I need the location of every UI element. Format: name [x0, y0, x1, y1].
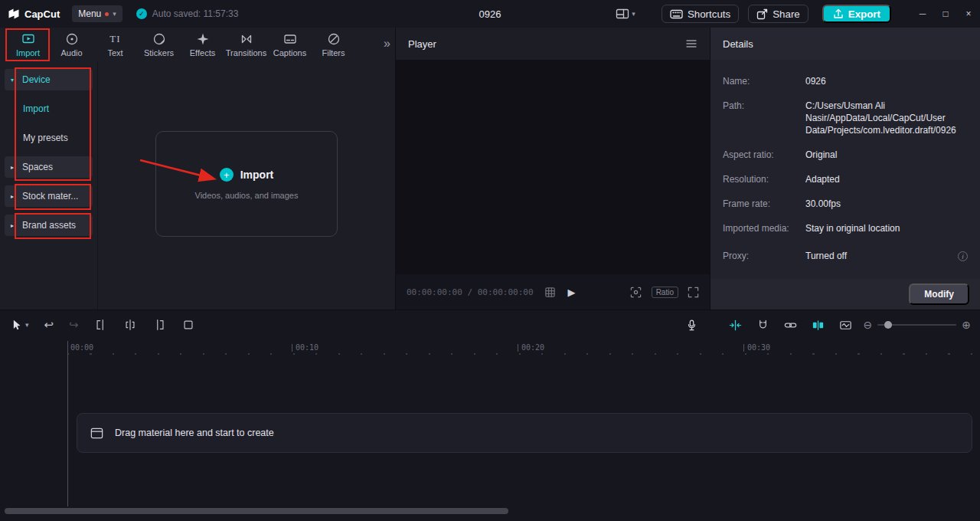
- layout-grid-icon: [616, 8, 629, 20]
- more-tabs-icon[interactable]: »: [384, 37, 390, 51]
- chevron-down-icon: ▾: [25, 321, 29, 329]
- frame-grid-icon[interactable]: [544, 287, 556, 298]
- player-header: Player: [396, 28, 710, 60]
- record-voiceover-button[interactable]: [684, 318, 699, 333]
- sidebar-item-my-presets[interactable]: My presets: [5, 127, 93, 149]
- ruler-mark: 00:00: [70, 343, 93, 352]
- delete-right-button[interactable]: [152, 318, 166, 332]
- redo-button[interactable]: ↪: [69, 318, 79, 332]
- shortcuts-button[interactable]: Shortcuts: [662, 5, 739, 23]
- timeline-ruler[interactable]: 00:00 00:10 00:20 00:30: [0, 341, 980, 356]
- undo-button[interactable]: ↩: [44, 318, 54, 332]
- minimize-button[interactable]: ─: [911, 0, 934, 28]
- tab-label: Import: [16, 48, 40, 57]
- detail-label: Name:: [723, 75, 805, 87]
- detail-label: Proxy:: [723, 250, 805, 262]
- select-tool-button[interactable]: ▾: [9, 318, 29, 332]
- timeline-toggle-icons: [728, 318, 853, 333]
- sidebar-item-brand-assets[interactable]: ▸ Brand assets: [5, 215, 93, 236]
- audio-tab-icon: [64, 31, 80, 47]
- play-button[interactable]: ▶: [568, 287, 576, 298]
- detail-value: 30.00fps: [805, 198, 968, 210]
- caret-right-icon: ▸: [11, 193, 18, 200]
- sidebar-item-label: My presets: [23, 133, 68, 143]
- detail-label: Path:: [723, 100, 805, 136]
- media-content: + Import Videos, audios, and images: [99, 61, 395, 310]
- auto-snap-button[interactable]: [728, 318, 743, 333]
- tab-transitions[interactable]: Transitions: [224, 31, 268, 57]
- zoom-slider[interactable]: [877, 324, 956, 326]
- sidebar-item-stock-materials[interactable]: ▸ Stock mater...: [5, 185, 93, 207]
- player-timecode: 00:00:00:00 / 00:00:00:00: [407, 287, 534, 297]
- project-title: 0926: [479, 8, 501, 20]
- import-dropzone[interactable]: + Import Videos, audios, and images: [155, 131, 338, 237]
- tab-filters[interactable]: Filters: [312, 31, 355, 57]
- menu-notification-dot: [105, 12, 109, 16]
- sidebar-item-device[interactable]: ▾ Device: [5, 69, 93, 90]
- mirror-clips-button[interactable]: [811, 318, 825, 333]
- tab-stickers[interactable]: Stickers: [137, 31, 181, 57]
- share-icon: [756, 8, 768, 20]
- menu-button[interactable]: Menu ▾: [72, 5, 122, 22]
- player-title: Player: [408, 38, 436, 50]
- detail-value: Stay in original location: [805, 222, 968, 234]
- close-button[interactable]: ×: [957, 0, 980, 28]
- delete-left-button[interactable]: [94, 318, 108, 332]
- tab-import[interactable]: Import: [6, 31, 50, 57]
- tab-text[interactable]: TI Text: [93, 31, 137, 57]
- media-panel: Import Audio TI Text Stickers: [0, 28, 395, 310]
- tab-captions[interactable]: Captions: [268, 31, 312, 57]
- zoom-slider-handle[interactable]: [884, 321, 892, 329]
- detail-row-frame-rate: Frame rate: 30.00fps: [723, 198, 968, 210]
- details-panel: Details Name: 0926 Path: C:/Users/Usman …: [710, 28, 980, 310]
- zoom-in-icon[interactable]: ⊕: [962, 319, 971, 331]
- capcut-logo-text: CapCut: [24, 8, 60, 20]
- sidebar-item-spaces[interactable]: ▸ Spaces: [5, 156, 93, 178]
- transitions-tab-icon: [239, 31, 254, 47]
- chevron-down-icon: ▾: [113, 10, 116, 18]
- export-icon: [833, 8, 844, 19]
- detail-value: Original: [805, 149, 968, 161]
- track-dropzone[interactable]: Drag material here and start to create: [77, 413, 972, 453]
- linkage-button[interactable]: [783, 318, 798, 333]
- detail-row-proxy: Proxy: Turned off i: [723, 250, 968, 262]
- info-icon[interactable]: i: [958, 251, 968, 261]
- delete-button[interactable]: [181, 318, 195, 332]
- plus-icon: +: [220, 168, 234, 182]
- autosave-check-icon: ✓: [136, 8, 147, 19]
- player-controls-right: Ratio: [629, 286, 699, 299]
- tab-label: Effects: [190, 48, 215, 57]
- split-button[interactable]: [123, 318, 137, 332]
- sidebar-item-import[interactable]: Import: [5, 98, 93, 120]
- player-viewport[interactable]: [396, 60, 710, 274]
- timeline-panel: ▾ ↩ ↪: [0, 310, 980, 521]
- fullscreen-icon[interactable]: [688, 287, 699, 298]
- zoom-out-icon[interactable]: ⊖: [864, 319, 873, 331]
- track-dropzone-text: Drag material here and start to create: [115, 428, 274, 438]
- autosave-status: ✓ Auto saved: 11:57:33: [136, 8, 239, 19]
- preview-quality-icon[interactable]: [629, 286, 642, 299]
- details-title: Details: [723, 38, 753, 50]
- tab-audio[interactable]: Audio: [50, 31, 93, 57]
- export-button[interactable]: Export: [822, 5, 891, 23]
- playhead[interactable]: [67, 341, 68, 506]
- import-box-title: Import: [240, 169, 274, 181]
- player-menu-icon[interactable]: [685, 38, 697, 49]
- ratio-button[interactable]: Ratio: [652, 287, 678, 298]
- ruler-mark: 00:10: [292, 343, 318, 352]
- ruler-minor-ticks: [67, 353, 975, 355]
- export-label: Export: [848, 8, 880, 20]
- maximize-button[interactable]: □: [934, 0, 957, 28]
- modify-button[interactable]: Modify: [909, 283, 969, 305]
- import-box-subtitle: Videos, audios, and images: [195, 191, 299, 200]
- magnet-button[interactable]: [756, 318, 770, 333]
- stickers-tab-icon: [152, 31, 167, 47]
- sidebar-item-label: Brand assets: [22, 220, 76, 231]
- tab-effects[interactable]: Effects: [181, 31, 224, 57]
- share-button[interactable]: Share: [748, 5, 808, 23]
- timeline-scrollbar[interactable]: [5, 508, 508, 514]
- preview-axis-button[interactable]: [838, 318, 853, 333]
- layout-switch-button[interactable]: ▾: [616, 8, 635, 20]
- text-tab-icon: TI: [109, 31, 120, 47]
- tab-label: Text: [107, 48, 122, 57]
